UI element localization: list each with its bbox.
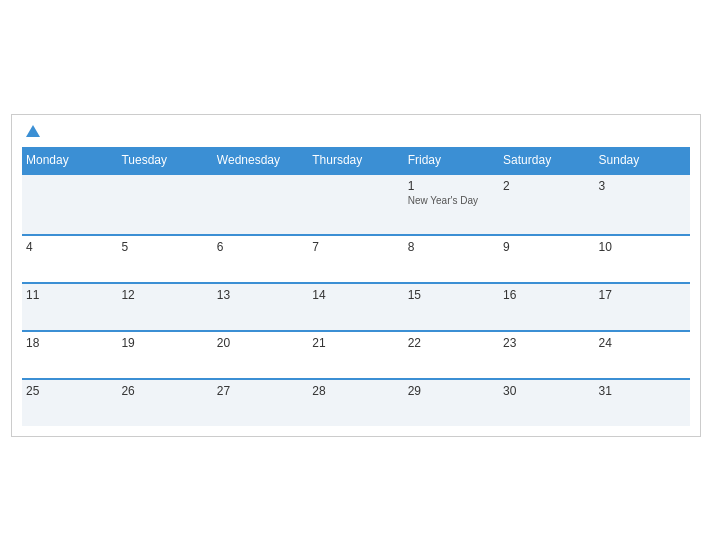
day-number: 11 [26,288,113,302]
day-number: 16 [503,288,590,302]
calendar-cell: 6 [213,235,308,283]
day-number: 12 [121,288,208,302]
day-number: 7 [312,240,399,254]
calendar-cell: 13 [213,283,308,331]
calendar-cell [117,174,212,235]
weekday-header-thursday: Thursday [308,147,403,174]
day-number: 9 [503,240,590,254]
calendar-cell: 14 [308,283,403,331]
day-number: 20 [217,336,304,350]
logo-triangle-icon [26,125,40,137]
calendar-header [22,125,690,137]
day-number: 25 [26,384,113,398]
calendar-cell: 4 [22,235,117,283]
week-row-4: 18192021222324 [22,331,690,379]
day-number: 17 [599,288,686,302]
week-row-3: 11121314151617 [22,283,690,331]
calendar-cell: 29 [404,379,499,426]
holiday-name: New Year's Day [408,195,495,206]
calendar-cell: 10 [595,235,690,283]
calendar-cell: 27 [213,379,308,426]
calendar-cell: 1New Year's Day [404,174,499,235]
day-number: 18 [26,336,113,350]
logo-blue-text [26,125,43,137]
logo [26,125,43,137]
day-number: 13 [217,288,304,302]
day-number: 26 [121,384,208,398]
calendar-cell: 7 [308,235,403,283]
day-number: 1 [408,179,495,193]
calendar-cell: 5 [117,235,212,283]
calendar-cell: 16 [499,283,594,331]
calendar-cell [22,174,117,235]
calendar-cell: 8 [404,235,499,283]
day-number: 29 [408,384,495,398]
day-number: 2 [503,179,590,193]
weekday-header-saturday: Saturday [499,147,594,174]
calendar-cell: 3 [595,174,690,235]
day-number: 24 [599,336,686,350]
calendar-cell: 23 [499,331,594,379]
calendar-cell: 2 [499,174,594,235]
week-row-1: 1New Year's Day23 [22,174,690,235]
week-row-2: 45678910 [22,235,690,283]
day-number: 19 [121,336,208,350]
weekday-header-friday: Friday [404,147,499,174]
day-number: 3 [599,179,686,193]
calendar-cell: 15 [404,283,499,331]
day-number: 21 [312,336,399,350]
day-number: 6 [217,240,304,254]
calendar-cell: 11 [22,283,117,331]
day-number: 27 [217,384,304,398]
weekday-header-row: MondayTuesdayWednesdayThursdayFridaySatu… [22,147,690,174]
calendar-cell: 22 [404,331,499,379]
calendar-cell: 21 [308,331,403,379]
day-number: 31 [599,384,686,398]
day-number: 10 [599,240,686,254]
calendar-cell: 9 [499,235,594,283]
day-number: 4 [26,240,113,254]
day-number: 15 [408,288,495,302]
weekday-header-monday: Monday [22,147,117,174]
calendar-cell: 19 [117,331,212,379]
calendar-cell: 31 [595,379,690,426]
weekday-header-tuesday: Tuesday [117,147,212,174]
calendar-wrapper: MondayTuesdayWednesdayThursdayFridaySatu… [11,114,701,437]
calendar-cell: 28 [308,379,403,426]
day-number: 28 [312,384,399,398]
calendar-grid: MondayTuesdayWednesdayThursdayFridaySatu… [22,147,690,426]
day-number: 8 [408,240,495,254]
weekday-header-sunday: Sunday [595,147,690,174]
calendar-cell: 17 [595,283,690,331]
calendar-cell: 18 [22,331,117,379]
weekday-header-wednesday: Wednesday [213,147,308,174]
day-number: 14 [312,288,399,302]
calendar-cell: 20 [213,331,308,379]
calendar-cell [213,174,308,235]
day-number: 30 [503,384,590,398]
day-number: 22 [408,336,495,350]
calendar-cell: 26 [117,379,212,426]
calendar-cell: 25 [22,379,117,426]
day-number: 5 [121,240,208,254]
week-row-5: 25262728293031 [22,379,690,426]
calendar-cell: 30 [499,379,594,426]
day-number: 23 [503,336,590,350]
calendar-cell [308,174,403,235]
calendar-cell: 12 [117,283,212,331]
calendar-cell: 24 [595,331,690,379]
